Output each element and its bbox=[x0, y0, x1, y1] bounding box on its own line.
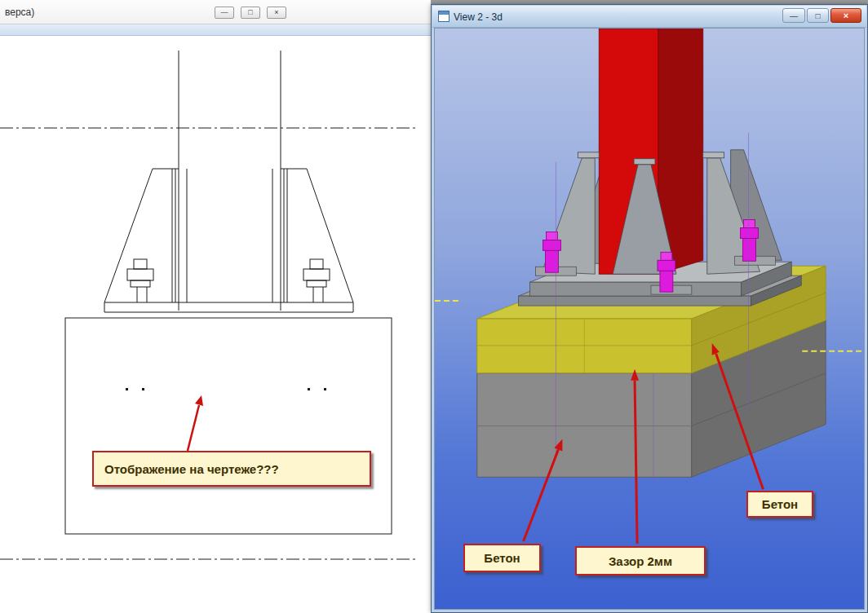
callout-concrete-left: Бетон bbox=[463, 544, 541, 572]
minimize-icon: — bbox=[221, 9, 228, 16]
maximize-button[interactable]: □ bbox=[241, 7, 260, 19]
callout-concrete-right: Бетон bbox=[746, 491, 813, 518]
base-plate-2d[interactable] bbox=[104, 302, 353, 312]
drawing-window-titlebar[interactable]: верса) — □ × bbox=[0, 0, 431, 24]
maximize-button[interactable]: □ bbox=[807, 8, 829, 23]
minimize-button[interactable]: — bbox=[215, 7, 234, 19]
callout-concrete-right-label: Бетон bbox=[762, 497, 798, 511]
close-button[interactable]: × bbox=[830, 8, 861, 23]
drawing-window-controls: — □ × bbox=[215, 7, 286, 19]
close-icon: × bbox=[274, 9, 278, 16]
close-icon: × bbox=[844, 11, 848, 20]
drawing-window: верса) — □ × bbox=[0, 0, 431, 613]
column-2d[interactable] bbox=[179, 51, 281, 311]
toolbar-strip bbox=[0, 24, 431, 36]
minimize-icon: — bbox=[790, 11, 798, 20]
gusset-left-2d[interactable] bbox=[104, 169, 179, 302]
concrete-block-2d[interactable] bbox=[65, 318, 392, 534]
view3d-viewport[interactable]: Бетон Бетон Зазор 2мм bbox=[434, 28, 865, 610]
view-window-icon bbox=[438, 11, 450, 22]
maximize-icon: □ bbox=[248, 9, 252, 16]
close-button[interactable]: × bbox=[267, 7, 286, 19]
callout-concrete-left-label: Бетон bbox=[484, 551, 520, 565]
hidden-bolt-marks bbox=[126, 388, 326, 390]
callout-gap-2mm-label: Зазор 2мм bbox=[609, 554, 672, 568]
callout-gap-2mm: Зазор 2мм bbox=[575, 546, 706, 576]
drawing-viewport[interactable]: Отображение на чертеже??? bbox=[0, 36, 431, 613]
callout-drawing-question-label: Отображение на чертеже??? bbox=[104, 462, 279, 476]
view3d-title: View 2 - 3d bbox=[454, 11, 503, 23]
anchor-bolt-left-2d[interactable] bbox=[127, 259, 153, 302]
minimize-button[interactable]: — bbox=[782, 8, 805, 23]
callout-drawing-question: Отображение на чертеже??? bbox=[92, 451, 371, 487]
drawing-window-title: верса) bbox=[5, 7, 34, 18]
view3d-window-controls: — □ × bbox=[782, 8, 861, 23]
annotation-arrow-drawing bbox=[188, 395, 203, 451]
view3d-window: View 2 - 3d — □ × bbox=[431, 4, 868, 613]
stiffener-plates-front[interactable] bbox=[542, 152, 760, 274]
gusset-right-2d[interactable] bbox=[281, 169, 353, 302]
drawing-2d-canvas[interactable] bbox=[0, 36, 431, 613]
anchor-bolt-right-2d[interactable] bbox=[303, 259, 330, 302]
model-3d-canvas[interactable] bbox=[435, 29, 864, 609]
view3d-titlebar[interactable]: View 2 - 3d — □ × bbox=[432, 6, 866, 28]
maximize-icon: □ bbox=[815, 11, 820, 20]
